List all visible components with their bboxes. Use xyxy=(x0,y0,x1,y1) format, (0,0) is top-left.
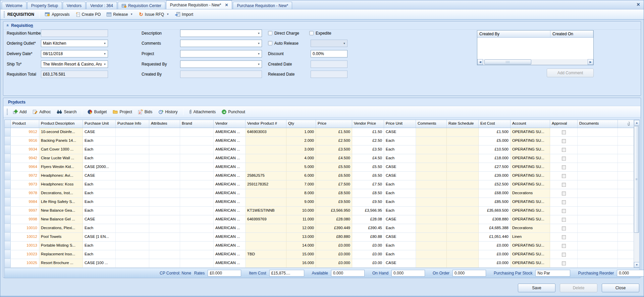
cell-purchase_info[interactable] xyxy=(116,224,149,232)
scroll-down-arrow[interactable]: ▼ xyxy=(634,262,640,268)
cell-purchase_info[interactable] xyxy=(116,163,149,171)
cell-documents[interactable] xyxy=(578,224,618,232)
cell-ext_cost[interactable]: £1.500 xyxy=(479,128,511,136)
cell-documents[interactable] xyxy=(578,207,618,215)
cell-account[interactable]: Decorations xyxy=(511,189,550,198)
cell-approval[interactable] xyxy=(550,207,578,215)
column-header-purchase_unit[interactable]: Purchase Unit xyxy=(83,120,116,128)
attachments-button[interactable]: Attachments xyxy=(186,108,218,115)
budget-button[interactable]: Budget xyxy=(85,109,109,115)
cell-qty[interactable]: 3.000 xyxy=(286,145,316,154)
cell-purchase_info[interactable] xyxy=(116,137,149,145)
table-row[interactable]: 10010Decorations, Plexi...EachAMERICAN .… xyxy=(5,224,639,233)
column-header-comments[interactable]: Comments xyxy=(416,120,447,128)
cell-rate_schedule[interactable] xyxy=(447,259,479,267)
cell-price_unit[interactable]: Each xyxy=(384,198,416,206)
cell-vendor[interactable]: AMERICAN ... xyxy=(214,145,246,154)
cell-ext_cost[interactable]: £1,051.440 xyxy=(479,233,511,241)
table-row[interactable]: 9972Headphones: Avi...CASEAMERICAN ...25… xyxy=(5,172,639,180)
cell-attributes[interactable] xyxy=(149,224,180,232)
row-selector[interactable] xyxy=(5,128,11,136)
cell-rate_schedule[interactable] xyxy=(447,198,479,206)
cell-attributes[interactable] xyxy=(149,180,180,189)
column-header-rate_schedule[interactable]: Rate Schedule xyxy=(447,120,479,128)
cell-purchase_info[interactable] xyxy=(116,207,149,215)
comments-select[interactable]: ▼ xyxy=(180,40,262,47)
cell-vendor_product[interactable] xyxy=(246,145,286,154)
cell-product[interactable]: 9964 xyxy=(11,163,39,171)
table-row[interactable]: 10012Pool TowelsCASE [1 EN...AMERICAN ..… xyxy=(5,233,639,242)
ship-to-select[interactable]: The Westin Resort & Casino, Aruba▼ xyxy=(41,60,108,68)
cell-qty[interactable]: 13.000 xyxy=(286,233,316,241)
cell-documents[interactable] xyxy=(578,215,618,224)
cell-documents[interactable] xyxy=(578,250,618,259)
cell-price_unit[interactable]: CASE xyxy=(384,233,416,241)
cell-vendor_price[interactable]: £2.50 xyxy=(352,137,384,145)
cell-vendor_price[interactable]: £1.50 xyxy=(352,128,384,136)
close-button[interactable]: Close xyxy=(602,284,639,292)
cell-comments[interactable] xyxy=(416,128,447,136)
create-po-button[interactable]: Create PO xyxy=(73,11,103,18)
scroll-up-arrow[interactable]: ▲ xyxy=(634,120,640,126)
tab-purchase-requisition-new-2[interactable]: Purchase Requisition - New* xyxy=(233,2,292,9)
cell-price_unit[interactable]: CASE xyxy=(384,259,416,267)
cell-vendor_price[interactable]: £3.50 xyxy=(352,145,384,154)
expedite-checkbox[interactable] xyxy=(309,31,314,35)
cell-description[interactable]: Cart Cover 1000 ... xyxy=(39,145,83,154)
cell-attributes[interactable] xyxy=(149,189,180,198)
cell-ext_cost[interactable]: £52.500 xyxy=(479,180,511,189)
cell-purchase_unit[interactable]: CASE xyxy=(83,172,116,180)
row-selector[interactable] xyxy=(5,215,11,224)
cell-brand[interactable] xyxy=(180,163,214,171)
cell-vendor_price[interactable]: £0.00 xyxy=(352,242,384,250)
row-selector[interactable] xyxy=(5,189,11,198)
cell-rate_schedule[interactable] xyxy=(447,145,479,154)
cell-vendor_product[interactable] xyxy=(246,259,286,267)
cell-purchase_unit[interactable]: CASE [1 EN... xyxy=(83,233,116,241)
column-header-vendor_product[interactable]: Vendor Product # xyxy=(246,120,286,128)
column-header-qty[interactable]: Qty xyxy=(286,120,316,128)
cell-account[interactable]: OPERATING SU... xyxy=(511,242,550,250)
cell-qty[interactable]: 1.000 xyxy=(286,128,316,136)
cell-price[interactable]: £28.080 xyxy=(316,215,352,224)
cell-documents[interactable] xyxy=(578,233,618,241)
cell-product[interactable]: 9978 xyxy=(11,189,39,198)
cell-vendor[interactable]: AMERICAN ... xyxy=(214,224,246,232)
cell-qty[interactable]: 10.000 xyxy=(286,207,316,215)
cell-vendor[interactable]: AMERICAN ... xyxy=(214,137,246,145)
cell-description[interactable]: 10-second Disinfe... xyxy=(39,128,83,136)
cell-documents[interactable] xyxy=(578,128,618,136)
cell-price[interactable]: £0.000 xyxy=(316,242,352,250)
cell-price_unit[interactable]: Each xyxy=(384,189,416,198)
hscroll-thumb[interactable] xyxy=(484,59,531,65)
cell-description[interactable]: New Balance Gel ... xyxy=(39,215,83,224)
cell-brand[interactable] xyxy=(180,207,214,215)
cell-approval[interactable] xyxy=(550,137,578,145)
cell-brand[interactable] xyxy=(180,224,214,232)
purchasing-par-stock-field[interactable] xyxy=(535,270,570,277)
cell-ext_cost[interactable]: £39.000 xyxy=(479,172,511,180)
cell-vendor_price[interactable]: £4.50 xyxy=(352,154,384,163)
cell-description[interactable]: Decorations, Plexi... xyxy=(39,224,83,232)
cell-price_unit[interactable]: CASE xyxy=(384,128,416,136)
cell-price[interactable]: £0.000 xyxy=(316,250,352,259)
table-row[interactable]: 9964Flyers Westin Kid...CASE [2000...AME… xyxy=(5,163,639,172)
cell-purchase_info[interactable] xyxy=(116,233,149,241)
cell-comments[interactable] xyxy=(416,207,447,215)
table-row[interactable]: 9934Cart Cover 1000 ...EachAMERICAN ...3… xyxy=(5,145,639,154)
chevron-down-icon[interactable]: ▼ xyxy=(256,51,261,57)
cell-vendor_product[interactable]: 2591178352 xyxy=(246,180,286,189)
cell-attributes[interactable] xyxy=(149,128,180,136)
cell-attributes[interactable] xyxy=(149,145,180,154)
tab-close-icon[interactable]: ✕ xyxy=(225,3,228,7)
cell-account[interactable]: OPERATING SU... xyxy=(511,137,550,145)
chevron-down-icon[interactable]: ▼ xyxy=(256,30,261,36)
cell-qty[interactable]: 9.000 xyxy=(286,198,316,206)
cell-approval[interactable] xyxy=(550,154,578,163)
delivery-date-select[interactable]: 08/11/2018▼ xyxy=(41,50,108,57)
cell-comments[interactable] xyxy=(416,137,447,145)
chevron-down-icon[interactable]: ▼ xyxy=(102,40,107,46)
cell-product[interactable]: 9973 xyxy=(11,180,39,189)
cell-rate_schedule[interactable] xyxy=(447,128,479,136)
cell-comments[interactable] xyxy=(416,163,447,171)
